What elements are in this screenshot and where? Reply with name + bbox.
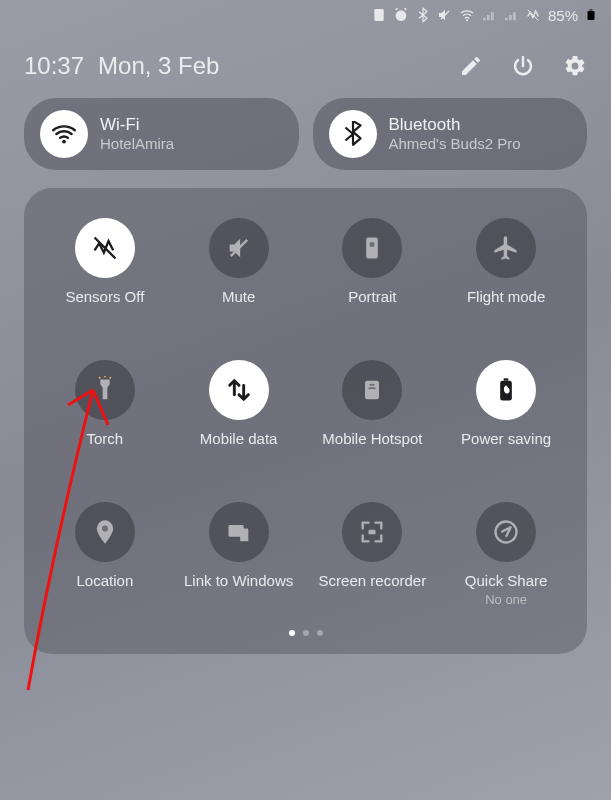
hotspot-icon [342,360,402,420]
screen-recorder-label: Screen recorder [319,572,427,608]
signal-1-icon [481,7,497,23]
power-saving-label: Power saving [461,430,551,466]
quick-share-label: Quick Share No one [465,572,548,608]
flight-mode-tile[interactable]: Flight mode [443,218,569,324]
signal-2-icon [503,7,519,23]
bluetooth-icon [329,110,377,158]
date: Mon, 3 Feb [98,52,459,80]
sensors-off-icon [75,218,135,278]
quick-settings-panel: Sensors Off Mute Portrait Flight mode To… [24,188,587,654]
battery-info-icon [371,7,387,23]
flashlight-icon [75,360,135,420]
portrait-label: Portrait [348,288,396,324]
settings-icon[interactable] [563,54,587,78]
power-saving-tile[interactable]: Power saving [443,360,569,466]
sensors-status-icon [525,7,541,23]
link-windows-icon [209,502,269,562]
svg-point-2 [466,19,468,21]
page-dots[interactable] [42,630,569,636]
wifi-title: Wi-Fi [100,114,174,135]
svg-rect-3 [588,11,595,20]
mute-status-icon [437,7,453,23]
svg-rect-13 [240,529,248,542]
link-windows-label: Link to Windows [184,572,293,608]
svg-rect-7 [370,242,375,247]
torch-tile[interactable]: Torch [42,360,168,466]
dot-1 [289,630,295,636]
portrait-icon [342,218,402,278]
airplane-icon [476,218,536,278]
wifi-status-icon [459,7,475,23]
portrait-tile[interactable]: Portrait [310,218,436,324]
svg-rect-8 [365,381,379,400]
quick-share-sub: No one [465,592,548,608]
svg-rect-4 [590,10,593,11]
edit-icon[interactable] [459,54,483,78]
torch-label: Torch [87,430,124,466]
power-icon[interactable] [511,54,535,78]
mobile-hotspot-tile[interactable]: Mobile Hotspot [310,360,436,466]
bluetooth-pill[interactable]: Bluetooth Ahmed's Buds2 Pro [313,98,588,170]
wifi-icon [40,110,88,158]
alarm-icon [393,7,409,23]
svg-rect-6 [367,238,379,259]
status-bar: 85% [0,0,611,30]
screen-recorder-icon [342,502,402,562]
quick-share-icon [476,502,536,562]
bluetooth-subtitle: Ahmed's Buds2 Pro [389,135,521,154]
bluetooth-status-icon [415,7,431,23]
svg-point-1 [396,10,407,21]
svg-point-11 [102,526,108,532]
svg-rect-14 [369,530,376,535]
flight-mode-label: Flight mode [467,288,545,324]
status-icons [371,7,541,23]
header-row: 10:37 Mon, 3 Feb [0,30,611,98]
location-label: Location [77,572,134,608]
wifi-subtitle: HotelAmira [100,135,174,154]
svg-point-5 [62,140,66,144]
sensors-off-tile[interactable]: Sensors Off [42,218,168,324]
mobile-hotspot-label: Mobile Hotspot [322,430,422,466]
wifi-pill[interactable]: Wi-Fi HotelAmira [24,98,299,170]
dot-3 [317,630,323,636]
mute-tile[interactable]: Mute [176,218,302,324]
clock: 10:37 [24,52,84,80]
battery-percent: 85% [548,7,578,24]
mobile-data-label: Mobile data [200,430,278,466]
quick-share-tile[interactable]: Quick Share No one [443,502,569,608]
sensors-off-label: Sensors Off [65,288,144,324]
location-tile[interactable]: Location [42,502,168,608]
leaf-battery-icon [476,360,536,420]
mobile-data-tile[interactable]: Mobile data [176,360,302,466]
battery-icon [585,6,597,24]
connectivity-pills: Wi-Fi HotelAmira Bluetooth Ahmed's Buds2… [0,98,611,170]
svg-rect-10 [504,378,509,380]
dot-2 [303,630,309,636]
location-pin-icon [75,502,135,562]
svg-rect-0 [374,9,383,21]
mute-icon [209,218,269,278]
bluetooth-title: Bluetooth [389,114,521,135]
screen-recorder-tile[interactable]: Screen recorder [310,502,436,608]
link-windows-tile[interactable]: Link to Windows [176,502,302,608]
svg-point-15 [496,522,517,543]
data-arrows-icon [209,360,269,420]
mute-label: Mute [222,288,255,324]
